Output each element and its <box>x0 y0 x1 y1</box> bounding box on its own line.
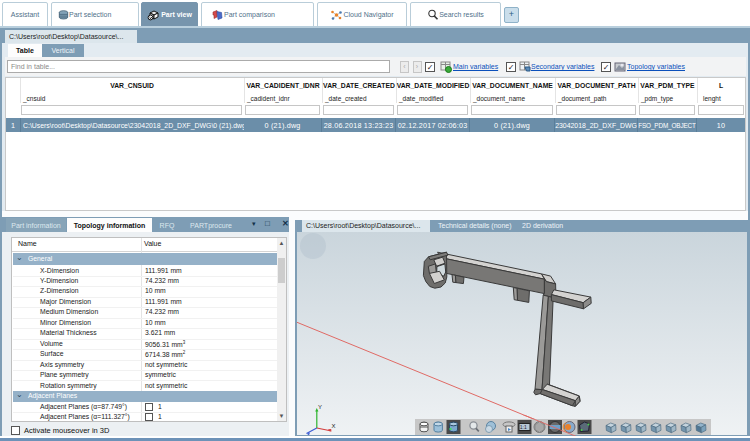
svg-text:Y: Y <box>318 404 322 410</box>
svg-text:X: X <box>332 423 336 429</box>
